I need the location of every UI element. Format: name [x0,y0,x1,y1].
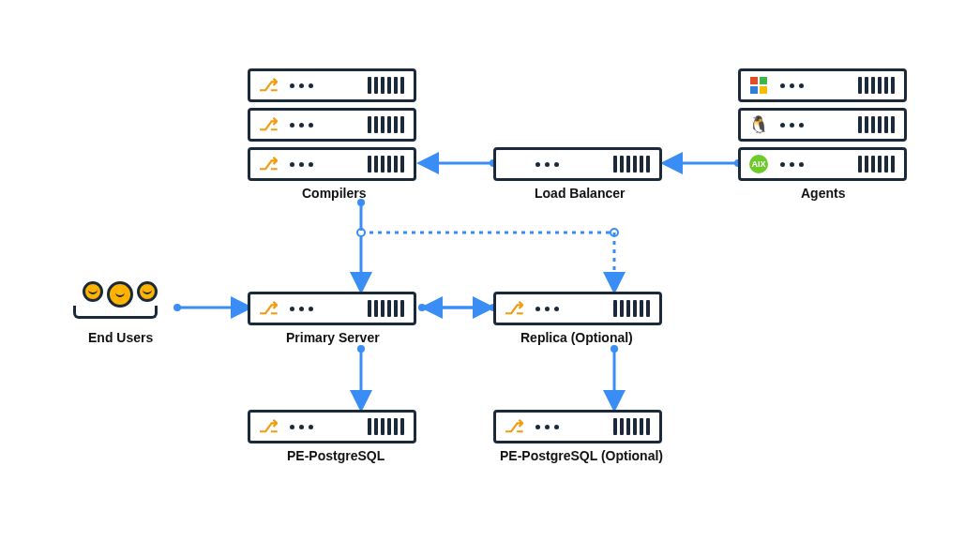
aix-icon: AIX [746,152,771,176]
server-agent-windows [738,68,907,102]
svg-point-18 [357,345,365,353]
compilers-label: Compilers [302,186,366,201]
primary-label: Primary Server [286,330,380,345]
pe-postgresql-node: ⎇ [248,410,416,443]
puppet-icon: ⎇ [256,152,280,176]
loadbalancer-label: Load Balancer [535,186,625,201]
puppet-icon: ⎇ [256,414,280,439]
puppet-icon: ⎇ [256,296,280,321]
server-pe-postgresql-optional: ⎇ [493,410,662,443]
svg-point-14 [357,229,365,236]
pe-postgresql-optional-node: ⎇ [493,410,662,443]
server-compiler-2: ⎇ [248,108,416,142]
puppet-icon: ⎇ [256,73,280,98]
server-agent-linux: 🐧 [738,108,907,142]
agents-stack: 🐧 AIX [738,68,907,181]
user-icon [137,281,158,302]
compilers-stack: ⎇ ⎇ ⎇ [248,68,416,181]
server-agent-aix: AIX [738,147,907,181]
windows-icon [746,73,771,98]
pg2-label: PE-PostgreSQL (Optional) [500,448,663,463]
blank-icon [502,152,526,176]
linux-icon: 🐧 [746,113,771,137]
end-users [73,281,167,319]
svg-point-10 [357,229,365,236]
svg-point-6 [418,304,426,311]
pg1-label: PE-PostgreSQL [287,448,384,463]
diagram-canvas: ⎇ ⎇ ⎇ Compilers Load Balancer 🐧 AIX Agen… [0,0,980,556]
loadbalancer-node [493,147,662,181]
server-compiler-3: ⎇ [248,147,416,181]
user-icon [83,281,103,302]
puppet-icon: ⎇ [502,414,526,439]
server-loadbalancer [493,147,662,181]
replica-server-node: ⎇ [493,292,662,325]
puppet-icon: ⎇ [256,113,280,137]
agents-label: Agents [801,186,845,201]
puppet-icon: ⎇ [502,296,526,321]
server-pe-postgresql: ⎇ [248,410,416,443]
primary-server-node: ⎇ [248,292,416,325]
svg-point-20 [611,345,618,353]
replica-label: Replica (Optional) [520,330,633,345]
user-icon [107,281,133,308]
server-primary: ⎇ [248,292,416,325]
svg-point-4 [173,304,181,311]
server-replica: ⎇ [493,292,662,325]
svg-point-13 [611,229,618,236]
endusers-label: End Users [88,330,153,345]
server-compiler-1: ⎇ [248,68,416,102]
